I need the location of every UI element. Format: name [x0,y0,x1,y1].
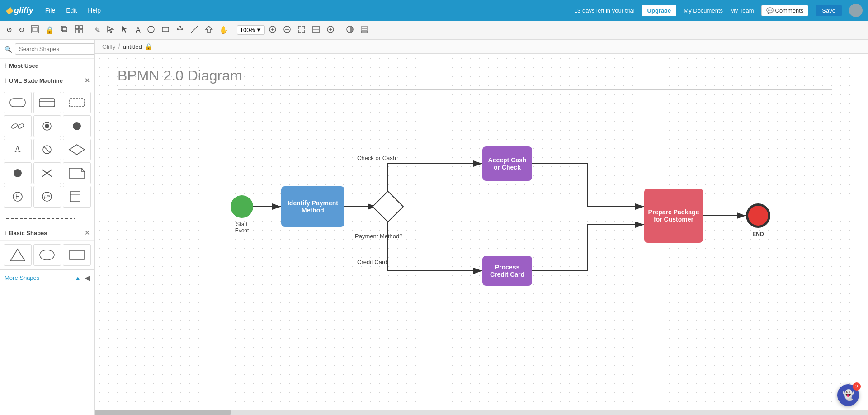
path-tool[interactable] [173,24,187,37]
diamond-shape[interactable] [63,139,91,160]
identify-payment-shape[interactable]: Identify Payment Method [281,186,344,227]
process-credit-label: Process Credit Card [490,264,524,278]
fit-all-button[interactable] [309,24,323,37]
pencil-tool[interactable]: ✎ [92,24,103,36]
rect-tool[interactable] [159,24,172,37]
identify-payment-label: Identify Payment Method [288,199,338,214]
file-menu[interactable]: File [41,5,60,16]
svg-point-46 [17,123,24,129]
swim-lane-h2-shape[interactable]: H* [33,186,61,208]
select-tool[interactable] [104,24,118,37]
basic-shapes-grid [0,241,94,269]
lock-icon[interactable]: 🔒 [145,43,152,50]
crossed-circle-shape[interactable] [33,139,61,160]
svg-marker-8 [108,26,113,33]
more-shapes-bar[interactable]: More Shapes ▲ ◀ [0,269,94,286]
redo-button[interactable]: ↻ [16,24,27,36]
help-bot-button[interactable]: 👻 2 [837,384,859,406]
layout-button[interactable] [72,24,86,37]
expand-up-icon: ▲ [75,274,81,282]
notification-badge: 2 [853,382,861,391]
svg-rect-5 [80,26,83,29]
theme-button[interactable] [343,24,357,37]
trial-text: 13 days left in your trial [574,7,635,14]
help-menu[interactable]: Help [83,5,105,16]
zoom-dropdown-icon: ▼ [256,27,262,33]
sidebar: 🔍 ⁞ Most Used ⁞ UML State Machine ✕ [0,40,95,415]
basic-shapes-label: Basic Shapes [9,230,47,236]
user-avatar[interactable] [849,4,863,17]
svg-marker-67 [10,249,25,261]
triangle-shape[interactable] [4,244,32,266]
layers-button[interactable] [358,24,371,37]
basic-shapes-section[interactable]: ⁞ Basic Shapes ✕ [0,226,94,241]
rounded-rect-shape[interactable] [4,92,32,113]
svg-rect-42 [39,99,55,107]
credit-card-label: Credit Card [357,259,387,265]
end-event-shape[interactable] [746,203,770,228]
end-event-label: END [743,231,773,237]
dashed-rect-shape[interactable] [63,92,91,113]
drag-handle-icon: ⁞ [5,62,6,69]
zoom-control[interactable]: 100% ▼ [237,25,265,35]
process-credit-shape[interactable]: Process Credit Card [482,256,532,286]
black-circle-shape[interactable] [63,115,91,137]
add-button[interactable] [324,24,337,37]
ellipse-shape[interactable] [33,244,61,266]
gateway-shape[interactable] [372,191,404,223]
svg-text:H: H [15,193,20,200]
comments-label: Comments [775,7,804,14]
text-shape[interactable]: A [4,139,32,160]
save-button[interactable]: Save [816,5,842,16]
gliffy-logo[interactable]: ◆ gliffy [5,5,33,16]
connection-tool[interactable] [118,24,132,37]
lock-button[interactable]: 🔒 [42,24,57,36]
edit-menu[interactable]: Edit [61,5,81,16]
filled-circle-shape[interactable] [33,115,61,137]
most-used-label: Most Used [9,62,39,69]
swim-lane-h-shape[interactable]: H [4,186,32,208]
my-team-link[interactable]: My Team [730,7,754,14]
text-tool[interactable]: A [133,24,143,36]
most-used-section[interactable]: ⁞ Most Used [0,59,94,73]
zoom-out-button[interactable] [280,24,294,37]
accept-cash-shape[interactable]: Accept Cash or Check [482,146,532,181]
logo-text: gliffy [14,6,33,15]
collapse-sidebar-icon[interactable]: ◀ [85,274,90,282]
dashed-line-item[interactable] [0,211,94,226]
svg-line-52 [44,146,50,153]
search-input[interactable] [15,43,95,55]
document-name[interactable]: untitled [123,43,142,50]
undo-button[interactable]: ↺ [4,24,15,36]
horizontal-scrollbar[interactable] [95,410,868,415]
close-basic-icon[interactable]: ✕ [85,229,90,236]
breadcrumb-gliffy[interactable]: Gliffy [102,43,115,50]
x-shape[interactable] [33,162,61,184]
filled-small-circle-shape[interactable] [4,162,32,184]
doc-shape[interactable] [63,186,91,208]
svg-rect-44 [69,99,85,107]
comments-button[interactable]: 💬 Comments [761,5,809,16]
fit-selection-button[interactable] [295,24,308,37]
my-documents-link[interactable]: My Documents [684,7,723,14]
circle-tool[interactable] [144,24,158,37]
prepare-package-shape[interactable]: Prepare Package for Customer [644,189,703,243]
line-tool[interactable] [188,24,201,37]
hand-tool[interactable]: ✋ [217,24,231,36]
chain-shape[interactable] [4,115,32,137]
rectangle-shape[interactable] [63,244,91,266]
fit-page-button[interactable] [28,24,42,37]
zoom-in-button[interactable] [266,24,279,37]
start-event-shape[interactable] [231,195,253,218]
note-shape[interactable] [63,162,91,184]
canvas-area[interactable]: Gliffy / untitled 🔒 BPMN 2.0 Diagram [95,40,868,415]
diagram-canvas[interactable]: BPMN 2.0 Diagram [95,54,854,415]
close-uml-icon[interactable]: ✕ [85,77,90,84]
uml-state-machine-section[interactable]: ⁞ UML State Machine ✕ [0,73,94,88]
svg-text:A: A [14,145,20,154]
logo-icon: ◆ [5,5,12,16]
pointer-tool[interactable] [202,24,216,37]
upgrade-button[interactable]: Upgrade [642,5,677,16]
duplicate-button[interactable] [58,24,71,37]
header-rect-shape[interactable] [33,92,61,113]
